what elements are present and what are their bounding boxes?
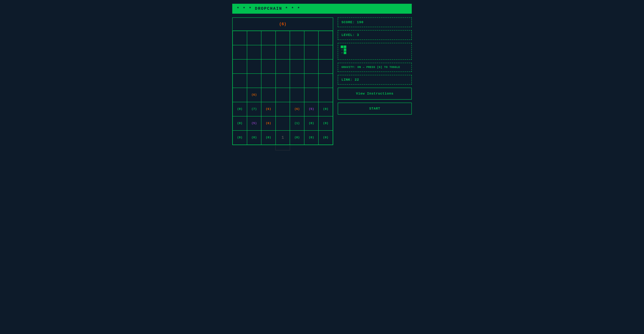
grid-cell <box>261 74 276 88</box>
np-cell <box>341 49 343 51</box>
np-cell <box>341 55 343 57</box>
app: * * * DROPCHAIN * * * (6) <box>232 4 412 150</box>
next-piece-grid <box>341 46 349 57</box>
np-cell <box>347 55 349 57</box>
game-title: * * * DROPCHAIN * * * <box>237 6 300 11</box>
game-grid: (6) (0) (7) (6) (6) (5) (0) (0) <box>232 31 333 145</box>
grid-cell <box>290 88 304 102</box>
grid-cell <box>318 31 333 45</box>
grid-cell <box>304 31 319 45</box>
np-cell <box>341 46 343 48</box>
grid-cell <box>261 88 276 102</box>
grid-cell <box>232 59 247 74</box>
grid-cell <box>276 74 290 88</box>
grid-cell: (0) <box>232 130 247 145</box>
np-cell <box>347 49 349 51</box>
np-cell <box>341 52 343 54</box>
next-piece-preview-box <box>338 43 412 60</box>
column-indicator-area <box>232 145 333 150</box>
grid-cell: (5) <box>247 116 262 130</box>
grid-cell <box>276 59 290 74</box>
next-piece-row: (6) <box>232 18 333 31</box>
grid-cell <box>232 45 247 59</box>
grid-cell: (6) <box>247 88 262 102</box>
grid-cell: (6) <box>290 102 304 116</box>
score-box: SCORE: 190 <box>338 18 412 27</box>
grid-cell: (1) <box>290 116 304 130</box>
grid-cell: (0) <box>247 130 262 145</box>
gravity-label: GRAVITY: ON — PRESS [G] TO TOGGLE <box>342 66 400 69</box>
grid-cell <box>290 31 304 45</box>
grid-cell: (6) <box>261 116 276 130</box>
sidebar: SCORE: 190 LEVEL: 3 <box>338 18 412 150</box>
grid-cell <box>232 31 247 45</box>
gravity-box: GRAVITY: ON — PRESS [G] TO TOGGLE <box>338 63 412 72</box>
grid-cell: (0) <box>290 130 304 145</box>
grid-cell <box>261 45 276 59</box>
grid-cell <box>232 88 247 102</box>
game-area-wrapper: (6) <box>232 18 333 150</box>
grid-cell: (0) <box>232 102 247 116</box>
grid-cell <box>304 59 319 74</box>
grid-cell <box>304 88 319 102</box>
np-cell <box>344 52 346 54</box>
grid-cell: (0) <box>304 116 319 130</box>
np-cell <box>344 49 346 51</box>
grid-cell <box>318 59 333 74</box>
grid-cell: (0) <box>232 116 247 130</box>
view-instructions-button[interactable]: View Instructions <box>338 88 412 100</box>
grid-cell <box>304 74 319 88</box>
next-piece-value: (6) <box>279 22 286 27</box>
np-cell <box>344 46 346 48</box>
grid-cell <box>247 74 262 88</box>
grid-cell-falling: 1 <box>276 130 290 145</box>
game-board: (6) <box>232 18 333 145</box>
score-label: SCORE: 190 <box>342 21 364 24</box>
grid-cell <box>290 59 304 74</box>
grid-cell <box>276 116 290 130</box>
level-label: LEVEL: 3 <box>342 33 359 37</box>
grid-cell <box>318 45 333 59</box>
level-box: LEVEL: 3 <box>338 30 412 40</box>
link-label: LINK: 22 <box>342 78 359 82</box>
grid-cell: (6) <box>261 102 276 116</box>
grid-cell <box>247 59 262 74</box>
np-cell <box>344 55 346 57</box>
np-cell <box>347 46 349 48</box>
grid-cell <box>290 45 304 59</box>
grid-cell: (5) <box>304 102 319 116</box>
grid-cell: (7) <box>247 102 262 116</box>
grid-cell <box>232 74 247 88</box>
grid-cell <box>261 59 276 74</box>
grid-cell: (0) <box>318 116 333 130</box>
link-box: LINK: 22 <box>338 75 412 85</box>
grid-cell: (0) <box>318 130 333 145</box>
title-bar: * * * DROPCHAIN * * * <box>232 4 412 14</box>
grid-cell <box>318 74 333 88</box>
grid-cell <box>247 31 262 45</box>
grid-cell <box>276 102 290 116</box>
grid-cell <box>276 31 290 45</box>
grid-cell <box>247 45 262 59</box>
start-button[interactable]: START <box>338 103 412 115</box>
grid-cell: (0) <box>318 102 333 116</box>
main-layout: (6) <box>232 18 412 150</box>
grid-cell <box>318 88 333 102</box>
grid-cell <box>276 45 290 59</box>
column-indicator <box>276 145 290 150</box>
grid-cell <box>261 31 276 45</box>
grid-cell: (0) <box>304 130 319 145</box>
np-cell <box>347 52 349 54</box>
grid-cell <box>290 74 304 88</box>
grid-cell <box>276 88 290 102</box>
grid-cell: (0) <box>261 130 276 145</box>
grid-cell <box>304 45 319 59</box>
